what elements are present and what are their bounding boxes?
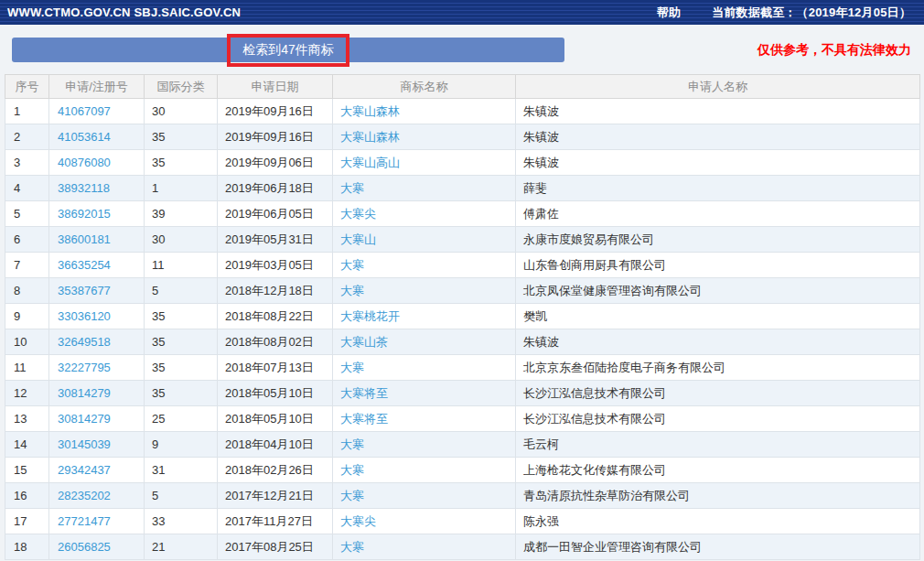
trademark-name-link[interactable]: 大寒	[340, 258, 364, 272]
cell-apply-date: 2019年05月31日	[218, 227, 333, 253]
cell-registration-number: 40876080	[49, 150, 145, 176]
cell-intl-class: 35	[145, 355, 218, 381]
cell-trademark-name: 大寒桃花开	[333, 304, 516, 329]
cell-registration-number: 26056825	[49, 534, 145, 560]
trademark-name-link[interactable]: 大寒	[340, 361, 364, 374]
registration-number-link[interactable]: 26056825	[58, 540, 111, 554]
cell-apply-date: 2019年09月16日	[218, 99, 333, 124]
registration-number-link[interactable]: 32649518	[58, 335, 111, 349]
registration-number-link[interactable]: 40876080	[58, 156, 111, 169]
cell-serial: 15	[5, 458, 49, 483]
cell-registration-number: 41067097	[49, 99, 145, 124]
trademark-name-link[interactable]: 大寒山森林	[340, 104, 400, 118]
cell-serial: 14	[5, 432, 49, 458]
cell-intl-class: 25	[145, 406, 218, 432]
cell-intl-class: 5	[145, 483, 218, 509]
cell-intl-class: 35	[145, 381, 218, 406]
registration-number-link[interactable]: 35387677	[58, 284, 111, 297]
result-count-label: 检索到47件商标	[242, 42, 334, 59]
trademark-name-link[interactable]: 大寒将至	[340, 412, 388, 426]
table-row: 5 38692015 39 2019年06月05日 大寒尖 傅肃佐	[5, 201, 920, 227]
cell-applicant-name: 毛云柯	[516, 432, 920, 458]
cell-apply-date: 2019年09月16日	[218, 124, 333, 150]
table-row: 18 26056825 21 2017年08月25日 大寒 成都一田智企业管理咨…	[5, 534, 920, 560]
cell-intl-class: 35	[145, 124, 218, 150]
trademark-name-link[interactable]: 大寒桃花开	[340, 309, 400, 323]
registration-number-link[interactable]: 38600181	[58, 232, 111, 246]
topbar-right: 帮助 当前数据截至：（2019年12月05日）	[657, 5, 911, 21]
cell-apply-date: 2018年04月10日	[218, 432, 333, 458]
registration-number-link[interactable]: 41053614	[58, 130, 111, 144]
cell-apply-date: 2019年03月05日	[218, 253, 333, 278]
registration-number-link[interactable]: 30814279	[58, 412, 111, 426]
trademark-name-link[interactable]: 大寒山森林	[340, 130, 400, 144]
trademark-name-link[interactable]: 大寒	[340, 463, 364, 477]
cell-trademark-name: 大寒尖	[333, 201, 516, 227]
registration-number-link[interactable]: 33036120	[58, 309, 111, 323]
cell-serial: 4	[5, 176, 49, 201]
help-link[interactable]: 帮助	[657, 5, 681, 21]
trademark-name-link[interactable]: 大寒将至	[340, 386, 388, 400]
cell-trademark-name: 大寒	[333, 483, 516, 509]
cell-applicant-name: 樊凯	[516, 304, 920, 329]
cell-apply-date: 2019年06月05日	[218, 201, 333, 227]
cell-intl-class: 5	[145, 278, 218, 304]
trademark-name-link[interactable]: 大寒山茶	[340, 335, 388, 349]
cell-serial: 5	[5, 201, 49, 227]
cell-apply-date: 2019年09月06日	[218, 150, 333, 176]
cell-trademark-name: 大寒山茶	[333, 329, 516, 355]
cell-applicant-name: 北京凤保堂健康管理咨询有限公司	[516, 278, 920, 304]
cell-intl-class: 35	[145, 329, 218, 355]
table-row: 17 27721477 33 2017年11月27日 大寒尖 陈永强	[5, 509, 920, 534]
registration-number-link[interactable]: 41067097	[58, 104, 111, 118]
registration-number-link[interactable]: 30145039	[58, 437, 111, 451]
registration-number-link[interactable]: 28235202	[58, 489, 111, 502]
trademark-name-link[interactable]: 大寒	[340, 540, 364, 554]
cell-serial: 3	[5, 150, 49, 176]
trademark-name-link[interactable]: 大寒	[340, 181, 364, 195]
cell-intl-class: 11	[145, 253, 218, 278]
cell-registration-number: 41053614	[49, 124, 145, 150]
cell-serial: 1	[5, 99, 49, 124]
trademark-name-link[interactable]: 大寒	[340, 284, 364, 297]
trademark-name-link[interactable]: 大寒山	[340, 232, 376, 246]
col-header-intl-class: 国际分类	[145, 75, 218, 99]
cell-apply-date: 2018年12月18日	[218, 278, 333, 304]
trademark-name-link[interactable]: 大寒	[340, 437, 364, 451]
cell-apply-date: 2019年06月18日	[218, 176, 333, 201]
registration-number-link[interactable]: 30814279	[58, 386, 111, 400]
registration-number-link[interactable]: 38932118	[58, 181, 110, 195]
cell-intl-class: 39	[145, 201, 218, 227]
trademark-name-link[interactable]: 大寒尖	[340, 514, 376, 528]
trademark-name-link[interactable]: 大寒尖	[340, 207, 376, 221]
cell-intl-class: 35	[145, 304, 218, 329]
col-header-applicant-name: 申请人名称	[516, 75, 920, 99]
cell-applicant-name: 朱镇波	[516, 329, 920, 355]
trademark-name-link[interactable]: 大寒山高山	[340, 156, 400, 169]
registration-number-link[interactable]: 27721477	[58, 514, 111, 528]
disclaimer-text: 仅供参考，不具有法律效力	[757, 42, 911, 59]
table-row: 7 36635254 11 2019年03月05日 大寒 山东鲁创商用厨具有限公…	[5, 253, 920, 278]
cell-intl-class: 30	[145, 227, 218, 253]
col-header-registration-number: 申请/注册号	[49, 75, 145, 99]
registration-number-link[interactable]: 38692015	[58, 207, 111, 221]
cell-registration-number: 38932118	[49, 176, 145, 201]
cell-apply-date: 2017年11月27日	[218, 509, 333, 534]
cell-applicant-name: 成都一田智企业管理咨询有限公司	[516, 534, 920, 560]
table-row: 4 38932118 1 2019年06月18日 大寒 薛斐	[5, 176, 920, 201]
cell-intl-class: 1	[145, 176, 218, 201]
registration-number-link[interactable]: 29342437	[58, 463, 111, 477]
col-header-serial: 序号	[5, 75, 49, 99]
table-row: 2 41053614 35 2019年09月16日 大寒山森林 朱镇波	[5, 124, 920, 150]
registration-number-link[interactable]: 36635254	[58, 258, 111, 272]
cell-registration-number: 30145039	[49, 432, 145, 458]
trademark-name-link[interactable]: 大寒	[340, 489, 364, 502]
cell-trademark-name: 大寒将至	[333, 381, 516, 406]
cell-registration-number: 29342437	[49, 458, 145, 483]
registration-number-link[interactable]: 32227795	[58, 361, 111, 374]
cell-registration-number: 32227795	[49, 355, 145, 381]
cell-registration-number: 33036120	[49, 304, 145, 329]
results-tbody: 1 41067097 30 2019年09月16日 大寒山森林 朱镇波 2 41…	[5, 99, 920, 560]
cell-serial: 2	[5, 124, 49, 150]
table-row: 13 30814279 25 2018年05月10日 大寒将至 长沙江泓信息技术…	[5, 406, 920, 432]
